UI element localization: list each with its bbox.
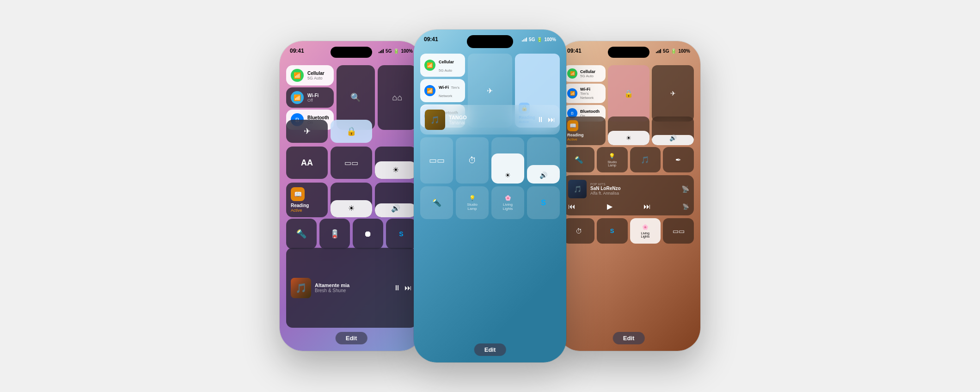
right-music-source: POP HITS bbox=[590, 183, 678, 186]
record-btn-left[interactable]: ⏺ bbox=[353, 219, 383, 249]
right-shazam-btn[interactable]: S bbox=[597, 218, 628, 244]
center-volume-slider[interactable]: 🔊 bbox=[527, 137, 560, 184]
right-brightness-slider[interactable]: ☀ bbox=[608, 116, 650, 145]
aa-btn-left[interactable]: AA bbox=[286, 147, 328, 179]
right-airplane-btn[interactable]: ✈ bbox=[652, 65, 694, 122]
right-wifi-btn[interactable]: 📶 Wi-Fi Tim's Network bbox=[564, 84, 606, 103]
right-volume-slider[interactable]: 🔊 bbox=[652, 116, 694, 145]
next-btn-left[interactable]: ⏭ bbox=[404, 284, 412, 292]
right-reading-tile[interactable]: 📖 Reading Active bbox=[564, 116, 606, 145]
right-next-btn[interactable]: ⏭ bbox=[643, 202, 651, 211]
edit-btn-right[interactable]: Edit bbox=[613, 332, 645, 344]
right-cellular-icon: 📶 bbox=[567, 68, 577, 79]
album-art-inner-left: 🎵 bbox=[291, 278, 311, 298]
right-prev-btn[interactable]: ⏮ bbox=[568, 202, 576, 211]
cellular-btn-left[interactable]: 📶 Cellular 5G Auto bbox=[286, 65, 334, 86]
center-music-artist: Tananai bbox=[449, 120, 533, 125]
battery-center: 🔋 bbox=[537, 37, 542, 42]
center-album-inner: 🎵 bbox=[425, 110, 445, 130]
center-play-btn[interactable]: ⏸ bbox=[537, 116, 544, 124]
right-play-btn[interactable]: ▶ bbox=[607, 202, 612, 211]
shazam-btn-left[interactable]: S bbox=[386, 219, 416, 249]
wifi-btn-left[interactable]: 📶 Wi-Fi Off bbox=[286, 87, 334, 108]
battery-ctrl-btn-left[interactable]: 🪫 bbox=[319, 219, 350, 249]
center-music-player[interactable]: 🎵 TANGO Tananai ⏸ ⏭ bbox=[420, 105, 560, 135]
center-flashlight-btn[interactable]: 🔦 bbox=[420, 186, 453, 219]
wifi-text-left: Wi-Fi Off bbox=[307, 93, 318, 103]
right-screenmirror-btn[interactable]: ▭▭ bbox=[663, 218, 694, 244]
signal-bars-right bbox=[656, 49, 661, 53]
center-livinglights-btn[interactable]: 🌸 LivingLights bbox=[491, 186, 524, 219]
right-bottom-row: 🔦 💡 StudioLamp 🎵 ✒ bbox=[564, 147, 694, 172]
screenmirror-btn-left[interactable]: ▭▭ bbox=[331, 147, 372, 179]
center-music-info: TANGO Tananai bbox=[449, 115, 533, 125]
center-music-controls: ⏸ ⏭ bbox=[537, 116, 555, 124]
right-flashlight-btn[interactable]: 🔦 bbox=[564, 147, 594, 172]
center-mid-row: ▭▭ ⏱ ☀ 🔊 bbox=[420, 137, 560, 184]
airplane-btn-left[interactable]: ✈ bbox=[286, 120, 328, 143]
right-airplay2-icon[interactable]: 📡 bbox=[682, 203, 689, 210]
volume-slider-left[interactable]: 🔊 bbox=[375, 183, 416, 217]
center-timer-btn[interactable]: ⏱ bbox=[456, 137, 489, 184]
cellular-icon-left: 📶 bbox=[291, 69, 304, 82]
row3-left: AA ▭▭ ☀ bbox=[286, 147, 416, 179]
right-signature-btn[interactable]: ✒ bbox=[663, 147, 694, 172]
right-conn-row: 📶 Cellular 5G Auto 📶 Wi-Fi Tim's Network bbox=[564, 65, 694, 114]
edit-btn-left[interactable]: Edit bbox=[336, 332, 368, 344]
center-next-btn[interactable]: ⏭ bbox=[548, 116, 555, 124]
center-brightness-slider[interactable]: ☀ bbox=[491, 137, 524, 184]
right-reading-icon-btn[interactable]: 🔒 bbox=[608, 65, 650, 122]
right-conn-left: 📶 Cellular 5G Auto 📶 Wi-Fi Tim's Network bbox=[564, 65, 606, 122]
music-player-left[interactable]: 🎵 Altamente mia Bresh & Shune ⏸ ⏭ bbox=[286, 248, 416, 328]
right-wifi-icon: 📶 bbox=[567, 88, 577, 98]
music-info-left: Altamente mia Bresh & Shune bbox=[315, 282, 390, 293]
lock-btn-left[interactable]: 🔒 bbox=[331, 120, 372, 143]
right-album-inner: 🎵 bbox=[568, 180, 587, 198]
signal-center: 5G bbox=[529, 37, 535, 42]
music-controls-left: ⏸ ⏭ bbox=[393, 284, 412, 292]
center-screenmirror-btn[interactable]: ▭▭ bbox=[420, 137, 453, 184]
right-airplay-icon[interactable]: 📡 bbox=[681, 185, 689, 193]
center-cellular-btn[interactable]: 📶 Cellular 5G Auto bbox=[420, 54, 465, 77]
flashlight-btn-left[interactable]: 🔦 bbox=[286, 219, 317, 249]
center-studiolamp-btn[interactable]: 💡 StudioLamp bbox=[456, 186, 489, 219]
center-shazam-btn[interactable]: S bbox=[527, 186, 560, 219]
voicemail-btn-left[interactable]: ⌂⌂ bbox=[378, 65, 416, 130]
reading-btn-left[interactable]: 📖 Reading Active bbox=[286, 183, 328, 217]
center-wifi-text: Wi-Fi Tim's Network bbox=[439, 82, 461, 99]
right-cellular-btn[interactable]: 📶 Cellular 5G Auto bbox=[564, 65, 606, 82]
right-livinglights-btn[interactable]: 🌸 LivingLights bbox=[630, 218, 661, 244]
brightness-slider2-left[interactable]: ☀ bbox=[331, 183, 372, 217]
right-cellular-text: Cellular 5G Auto bbox=[580, 69, 595, 78]
row4-left: 📖 Reading Active ☀ 🔊 bbox=[286, 183, 416, 215]
center-bottom-row: 🔦 💡 StudioLamp 🌸 LivingLights S bbox=[420, 186, 560, 219]
signal-bars-left bbox=[379, 49, 384, 53]
center-cellular-icon: 📶 bbox=[424, 60, 435, 71]
center-wifi-btn[interactable]: 📶 Wi-Fi Tim's Network bbox=[420, 79, 465, 102]
conn-row-left: 📶 Cellular 5G Auto 📶 Wi-Fi Off bbox=[286, 65, 416, 116]
row5-left: 🔦 🪫 ⏺ S bbox=[286, 219, 416, 244]
right-music-player[interactable]: 🎵 POP HITS SaN LoReNzo Alfa ft. Annalisa… bbox=[564, 175, 694, 215]
play-btn-left[interactable]: ⏸ bbox=[393, 284, 401, 292]
music-artist-left: Bresh & Shune bbox=[315, 288, 390, 293]
battery-pct-left: 100% bbox=[401, 49, 413, 54]
brightness-slider-left[interactable]: ☀ bbox=[375, 147, 416, 179]
time-right: 09:41 bbox=[567, 48, 582, 54]
right-reading-slider-row: 📖 Reading Active ☀ 🔊 bbox=[564, 116, 694, 144]
reading-icon-left: 📖 bbox=[291, 187, 305, 201]
phone-center: 09:41 5G 🔋 100% 📶 bbox=[414, 30, 566, 362]
cc-content-left: 📶 Cellular 5G Auto 📶 Wi-Fi Off bbox=[286, 65, 416, 328]
time-center: 09:41 bbox=[424, 36, 438, 43]
right-music-controls: ⏮ ▶ ⏭ 📡 bbox=[568, 202, 689, 211]
album-art-left: 🎵 bbox=[291, 278, 311, 298]
right-album-art: 🎵 bbox=[568, 180, 587, 198]
signal-bars-center bbox=[522, 37, 527, 42]
right-studiolamp-btn[interactable]: 💡 StudioLamp bbox=[597, 147, 628, 172]
battery-pct-right: 100% bbox=[678, 49, 690, 54]
signal-right: 5G bbox=[663, 49, 669, 54]
edit-btn-center[interactable]: Edit bbox=[474, 343, 506, 356]
time-left: 09:41 bbox=[290, 48, 304, 54]
right-timer-btn[interactable]: ⏱ bbox=[564, 218, 594, 244]
right-reading-book-icon: 📖 bbox=[567, 120, 578, 131]
right-sound-btn[interactable]: 🎵 bbox=[630, 147, 661, 172]
